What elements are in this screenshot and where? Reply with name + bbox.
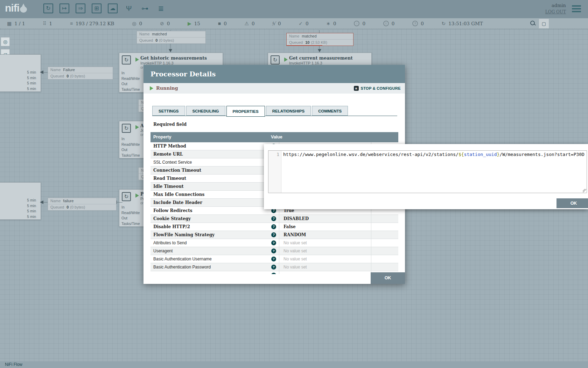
stale-versioned-count: 0 <box>362 21 365 26</box>
tab-comments[interactable]: COMMENTS <box>312 106 348 116</box>
row-filler <box>371 247 398 255</box>
tab-scheduling[interactable]: SCHEDULING <box>186 106 225 116</box>
navigate-icon: ◎ <box>3 39 7 45</box>
property-name: Useragent? <box>150 247 279 255</box>
help-icon[interactable]: ? <box>271 273 276 274</box>
connection-label-failure-lower[interactable]: Namefailure Queued0(0 bytes) <box>48 198 117 211</box>
row-filler <box>371 255 398 263</box>
processor-type-icon: ↻ <box>122 192 131 201</box>
help-icon[interactable]: ? <box>271 257 276 261</box>
label-icon[interactable]: ≣ <box>156 4 166 13</box>
stat-5min: 5 min <box>27 81 36 86</box>
stat-label-out: Out <box>121 81 127 87</box>
required-field-note: Required field <box>153 122 187 127</box>
search-icon[interactable] <box>530 21 536 26</box>
remote-process-group-icon[interactable]: ☁ <box>108 4 118 13</box>
processor-bundle: or <box>140 66 144 69</box>
help-icon[interactable]: ? <box>271 232 276 237</box>
status-locally-modified-stale-versioned: !0 <box>383 21 395 26</box>
property-row: Useragent?No value set <box>150 247 398 255</box>
processor-icon[interactable]: ↻ <box>43 4 53 13</box>
tab-settings[interactable]: SETTINGS <box>152 106 185 116</box>
property-value[interactable]: False <box>279 223 371 231</box>
property-value[interactable]: No value set <box>279 263 371 271</box>
connection-label-matched-top[interactable]: Namematched Queued0(0 bytes) <box>136 31 206 44</box>
nifi-drop-icon <box>20 4 27 13</box>
status-not-transmitting-remote-groups: ⊘0 <box>160 21 170 26</box>
processor-clipped-left-upper[interactable]: 5 min 5 min 5 min 5 min <box>0 54 41 92</box>
property-value[interactable]: No value set <box>279 247 371 255</box>
template-icon[interactable]: ⊶ <box>140 4 150 13</box>
property-value[interactable]: DISABLED <box>279 215 371 223</box>
sync-failure-versioned-count: 0 <box>421 21 424 26</box>
refresh-icon[interactable]: ↻ <box>442 21 446 26</box>
connection-label-failure-upper[interactable]: NameFailure Queued0(0 bytes) <box>48 67 113 80</box>
processor-clipped-left-lower[interactable]: 5 min 5 min 5 min 5 min <box>0 182 41 220</box>
up-to-date-versioned-icon: ✓ <box>299 21 303 26</box>
queued-count: 0 <box>66 74 69 78</box>
help-icon[interactable]: ? <box>271 265 276 270</box>
running-icon <box>135 193 139 198</box>
output-port-icon[interactable]: ⇒ <box>76 4 85 13</box>
stop-and-configure-button[interactable]: ∗ STOP & CONFIGURE <box>354 83 401 94</box>
property-name: Include Date Header? <box>150 199 279 206</box>
stat-label-taskstime: Tasks/Time <box>121 87 140 93</box>
input-port-icon[interactable]: ↦ <box>59 4 69 13</box>
running-icon <box>135 125 139 129</box>
connection-arrow-down-icon <box>318 49 321 52</box>
tab-properties[interactable]: PROPERTIES <box>226 106 265 117</box>
help-icon[interactable]: ? <box>271 248 276 253</box>
property-value[interactable]: No value set <box>279 255 371 263</box>
breadcrumb[interactable]: NiFi Flow <box>5 361 22 368</box>
property-name: Max Idle Connections? <box>150 191 279 198</box>
property-row: Basic Authentication Username?No value s… <box>150 255 398 263</box>
stat-label-out: Out <box>121 147 127 153</box>
property-name: ? <box>150 271 279 274</box>
processor-type-icon: ↻ <box>122 124 131 133</box>
connection-name-value: Failure <box>63 68 75 72</box>
running-components-count: 15 <box>194 21 200 26</box>
property-value[interactable]: RANDOM <box>279 231 371 239</box>
property-value[interactable]: No value set <box>279 239 371 247</box>
username-label: admin <box>545 3 566 8</box>
help-icon[interactable]: ? <box>271 240 276 245</box>
disabled-components-count: 0 <box>278 21 281 26</box>
row-filler <box>371 231 398 239</box>
tab-relationships[interactable]: RELATIONSHIPS <box>266 106 311 116</box>
queued-size: (0 bytes) <box>70 74 85 78</box>
queued-key: Queued <box>50 74 64 78</box>
property-row: Cookie Strategy?DISABLED <box>150 215 398 223</box>
funnel-icon[interactable]: Ψ <box>124 4 134 13</box>
editor-code-line[interactable]: https://www.pegelonline.wsv.de/webservic… <box>283 152 586 157</box>
stop-configure-label: STOP & CONFIGURE <box>361 86 401 90</box>
help-icon[interactable]: ? <box>271 224 276 229</box>
dialog-ok-button[interactable]: OK <box>371 272 405 284</box>
logout-link[interactable]: LOG OUT <box>545 9 566 14</box>
property-name: Remote URL? <box>150 150 279 158</box>
help-icon[interactable]: ? <box>271 216 276 221</box>
total-queued-count: 193 / 279.12 KB <box>76 21 114 26</box>
status-sync-failure-versioned: ?0 <box>412 21 424 26</box>
property-row: Disable HTTP/2?False <box>150 223 398 231</box>
panel-toggle-button[interactable]: ▢ <box>539 19 549 28</box>
process-group-icon[interactable]: ⊞ <box>92 4 102 13</box>
resize-grip-icon[interactable] <box>583 189 586 192</box>
connection-name-value: matched <box>302 34 316 38</box>
property-value-editor[interactable]: 1 https://www.pegelonline.wsv.de/webserv… <box>268 150 587 193</box>
url-text: https://www.pegelonline.wsv.de/webservic… <box>283 152 458 157</box>
navigate-palette-button[interactable]: ◎ <box>1 37 10 46</box>
stat-5min: 5 min <box>27 203 36 209</box>
connection-name-key: Name <box>289 34 299 38</box>
connection-label-matched-selected[interactable]: Namematched Queued10(2.53 KB) <box>286 33 354 46</box>
popup-ok-button[interactable]: OK <box>556 198 588 208</box>
column-header-value: Value <box>271 132 282 142</box>
status-transmitting-remote-groups: ◎0 <box>132 21 142 26</box>
global-menu-icon[interactable] <box>572 5 581 14</box>
queued-count: 10 <box>305 40 309 45</box>
processor-title: Get historic measurements <box>140 55 207 61</box>
stat-5min: 5 min <box>27 209 36 214</box>
property-value[interactable] <box>279 271 371 274</box>
stat-5min: 5 min <box>27 198 36 203</box>
property-row: FlowFile Naming Strategy?RANDOM <box>150 231 398 239</box>
locally-modified-versioned-icon: ∗ <box>326 21 330 26</box>
